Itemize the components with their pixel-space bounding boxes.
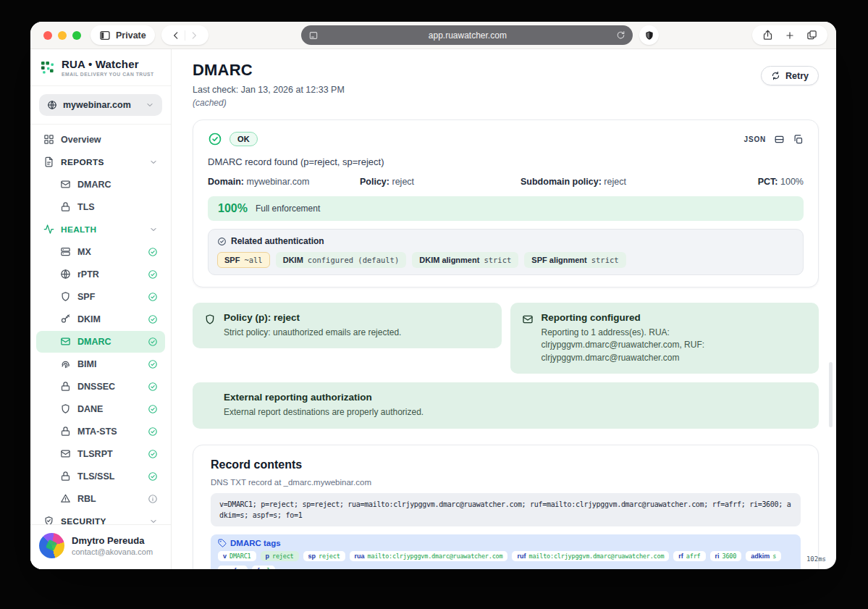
dns-record-value[interactable]: v=DMARC1; p=reject; sp=reject; rua=mailt… xyxy=(211,493,801,526)
sidebar-item-dane[interactable]: DANE xyxy=(36,398,165,420)
divider xyxy=(185,30,185,41)
zoom-window-button[interactable] xyxy=(72,31,81,40)
nav-item-label: rPTR xyxy=(77,269,99,280)
nav-item-icon xyxy=(60,179,71,190)
dmarc-tag: adkim s xyxy=(746,551,781,561)
auth-badge: DKIM alignment strict xyxy=(412,252,518,268)
nav-item-label: TLSRPT xyxy=(77,449,113,459)
nav-item-icon xyxy=(60,403,71,414)
auth-badge: SPF ~all xyxy=(217,252,270,268)
sidebar-item-tlsrpt[interactable]: TLSRPT xyxy=(36,443,165,465)
back-button[interactable] xyxy=(171,30,181,41)
sidebar-item-tls[interactable]: TLS xyxy=(36,196,165,218)
sidebar-toggle-icon xyxy=(99,30,111,41)
chevron-down-icon xyxy=(146,101,154,109)
check-circle-icon xyxy=(208,132,222,146)
shield-icon xyxy=(204,314,216,325)
sidebar-item-bimi[interactable]: BIMI xyxy=(36,353,165,375)
nav-item-label: TLS xyxy=(77,202,95,212)
browser-window: Private app.ruawatcher.com xyxy=(30,22,836,569)
sidebar-item-dnssec[interactable]: DNSSEC xyxy=(36,376,165,398)
close-window-button[interactable] xyxy=(43,31,52,40)
copy-icon[interactable] xyxy=(793,134,804,145)
toolbar-actions xyxy=(752,25,827,45)
sidebar-item-tls-ssl[interactable]: TLS/SSL xyxy=(36,466,165,487)
nav-item-status-icon xyxy=(148,247,158,257)
dmarc-tag: ruf mailto:clrjypggvm.dmarc@ruawatcher.c… xyxy=(512,551,669,561)
user-panel[interactable]: Dmytro Pereuda contact@akovana.com xyxy=(30,524,171,569)
dmarc-tags: v DMARC1 p reject sp reject xyxy=(218,551,793,569)
tab-overview-button[interactable] xyxy=(806,30,817,41)
record-contents-subtitle: DNS TXT record at _dmarc.mywebinar.com xyxy=(211,478,801,487)
dmarc-tag: sp reject xyxy=(303,551,345,561)
private-badge[interactable]: Private xyxy=(90,25,155,45)
dmarc-tag: v DMARC1 xyxy=(218,551,256,561)
policy-card-desc: Strict policy: unauthorized emails are r… xyxy=(224,327,401,339)
sidebar: RUA • Watcher EMAIL DELIVERY YOU CAN TRU… xyxy=(30,49,172,569)
brand-title: RUA • Watcher xyxy=(62,59,154,70)
nav-item-icon xyxy=(43,156,54,167)
cached-note: (cached) xyxy=(193,98,345,108)
nav-item-label: MTA-STS xyxy=(77,427,117,437)
nav-item-label: TLS/SSL xyxy=(77,471,114,482)
nav-item-label: HEALTH xyxy=(61,224,96,235)
share-button[interactable] xyxy=(762,30,773,41)
nav-item-label: RBL xyxy=(77,494,96,504)
nav-item-label: MX xyxy=(77,247,91,257)
private-label: Private xyxy=(116,30,146,41)
reload-icon[interactable] xyxy=(616,30,625,40)
reporting-card: Reporting configured Reporting to 1 addr… xyxy=(510,303,819,374)
avatar xyxy=(39,533,64,558)
sidebar-item-overview[interactable]: Overview xyxy=(36,129,165,151)
dmarc-tag: rf afrf xyxy=(673,551,705,561)
status-badge: OK xyxy=(229,132,258,146)
dmarc-tag: p reject xyxy=(261,551,299,561)
sidebar-item-mx[interactable]: MX xyxy=(36,241,165,263)
shield-icon xyxy=(644,30,654,41)
retry-button[interactable]: Retry xyxy=(761,66,819,85)
record-contents-title: Record contents xyxy=(211,458,801,471)
page-settings-icon[interactable] xyxy=(308,30,319,41)
table-view-icon[interactable] xyxy=(774,134,785,145)
external-auth-title: External reporting authorization xyxy=(224,392,424,403)
address-bar[interactable]: app.ruawatcher.com xyxy=(301,25,633,45)
sidebar-item-rptr[interactable]: rPTR xyxy=(36,264,165,285)
auth-badge: SPF alignment strict xyxy=(524,252,625,268)
nav-item-status-icon xyxy=(148,449,158,459)
sidebar-item-dmarc[interactable]: DMARC xyxy=(36,331,165,353)
domain-selector[interactable]: mywebinar.com xyxy=(39,94,162,116)
brand[interactable]: RUA • Watcher EMAIL DELIVERY YOU CAN TRU… xyxy=(30,49,171,86)
dmarc-tag: rua mailto:clrjypggvm.dmarc@ruawatcher.c… xyxy=(350,551,508,561)
nav-item-icon xyxy=(60,269,71,280)
nav-item-status-icon xyxy=(148,382,158,392)
nav-item-status-icon xyxy=(148,471,158,482)
sidebar-item-spf[interactable]: SPF xyxy=(36,286,165,308)
nav-item-icon xyxy=(60,381,71,392)
nav-item-status-icon xyxy=(148,292,158,302)
json-toggle[interactable]: JSON xyxy=(744,135,766,143)
scrollbar[interactable] xyxy=(829,362,833,427)
forward-button[interactable] xyxy=(189,30,199,41)
sidebar-item-mta-sts[interactable]: MTA-STS xyxy=(36,421,165,442)
sidebar-item-rbl[interactable]: RBL xyxy=(36,488,165,510)
nav-item-label: DANE xyxy=(77,404,103,414)
sidebar-item-dkim[interactable]: DKIM xyxy=(36,308,165,330)
mail-icon xyxy=(522,314,534,325)
nav-item-status-icon xyxy=(148,180,158,190)
sidebar-nav: Overview REPORTS DMARC xyxy=(30,125,171,569)
status-message: DMARC record found (p=reject, sp=reject) xyxy=(208,156,804,167)
nav-item-label: DMARC xyxy=(77,180,111,190)
nav-item-icon xyxy=(43,224,54,235)
external-auth-card: External reporting authorization Externa… xyxy=(193,382,819,428)
sidebar-item-dmarc[interactable]: DMARC xyxy=(36,174,165,196)
nav-item-icon xyxy=(60,493,71,504)
nav-item-label: DMARC xyxy=(77,337,111,347)
privacy-shield-button[interactable] xyxy=(639,25,659,45)
reporting-card-title: Reporting configured xyxy=(542,312,808,323)
url-area: app.ruawatcher.com xyxy=(215,25,746,45)
minimize-window-button[interactable] xyxy=(58,31,67,40)
nav-item-icon xyxy=(60,314,71,324)
new-tab-button[interactable] xyxy=(785,30,795,41)
sidebar-item-reports[interactable]: REPORTS xyxy=(36,151,165,173)
sidebar-item-health[interactable]: HEALTH xyxy=(36,219,165,240)
